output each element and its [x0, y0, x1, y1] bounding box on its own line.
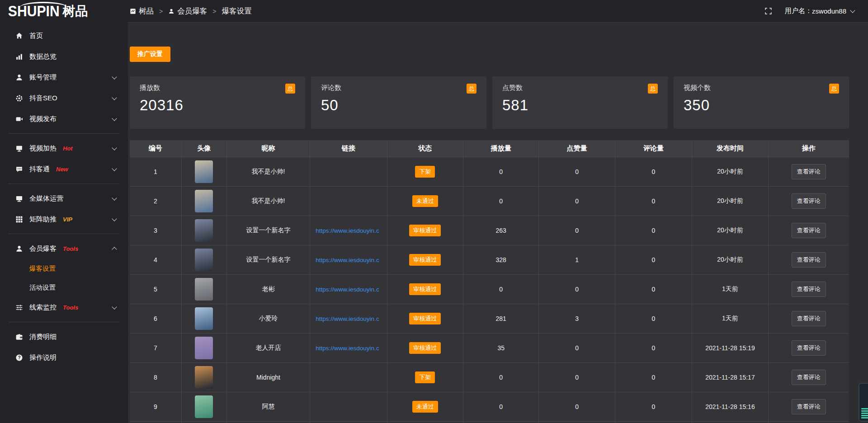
cell-avatar: [182, 275, 227, 304]
sidebar-item-10[interactable]: 矩阵助推VIP: [0, 209, 128, 230]
fullscreen-icon[interactable]: [764, 7, 772, 15]
sidebar-item-7[interactable]: 抖客通New: [0, 159, 128, 179]
stat-card-label: 评论数: [321, 84, 341, 92]
sidebar-item-17[interactable]: 消费明细: [0, 326, 128, 347]
widget-stripe: [861, 413, 868, 414]
cell-id: 4: [130, 245, 182, 274]
view-comments-button[interactable]: 查看评论: [792, 252, 826, 268]
chevron-down-icon: [850, 8, 855, 13]
sidebar: SHUPIN 树品 首页数据总览账号管理抖音SEO视频发布视频加热Hot抖客通N…: [0, 0, 128, 423]
logo-text-cn: 树品: [63, 3, 88, 20]
promo-settings-button[interactable]: 推广设置: [130, 47, 170, 62]
breadcrumb-item-0[interactable]: 树品: [130, 6, 154, 16]
cell-status: 未通过: [387, 187, 464, 216]
sidebar-subitem-13[interactable]: 爆客设置: [0, 259, 128, 278]
table-header-cell: 头像: [182, 140, 227, 157]
cell-link: https://www.iesdouyin.c: [310, 304, 387, 333]
sidebar-item-label: 账号管理: [29, 73, 57, 82]
view-comments-button[interactable]: 查看评论: [792, 399, 826, 414]
stat-card-label: 点赞数: [502, 84, 523, 92]
cell-avatar: [182, 187, 227, 216]
cell-likes: 0: [539, 334, 615, 362]
widget-stripe: [861, 408, 868, 409]
stat-card-3: 视频个数总350: [674, 76, 849, 129]
sidebar-item-tag: Tools: [63, 245, 78, 252]
video-link[interactable]: https://www.iesdouyin.c: [316, 286, 379, 293]
cell-plays: 0: [463, 157, 539, 186]
table-row: 2我不是小帅!未通过00020小时前查看评论: [130, 186, 849, 216]
sidebar-item-15[interactable]: 线索监控Tools: [0, 297, 128, 318]
cell-link: [310, 363, 387, 392]
sidebar-item-label: 抖客通: [29, 165, 50, 174]
sidebar-item-1[interactable]: 数据总览: [0, 46, 128, 67]
table-header-cell: 发布时间: [692, 140, 769, 157]
sidebar-subitem-14[interactable]: 活动设置: [0, 278, 128, 297]
status-badge: 未通过: [412, 195, 438, 207]
avatar: [195, 337, 213, 359]
breadcrumb-separator: >: [212, 8, 216, 15]
cell-action: 查看评论: [769, 363, 849, 392]
table-header-cell: 操作: [769, 140, 849, 157]
sidebar-item-6[interactable]: 视频加热Hot: [0, 138, 128, 159]
table-row: 6小爱玲https://www.iesdouyin.c审核通过281301天前查…: [130, 304, 849, 333]
stat-card-total-badge: 总: [467, 84, 476, 94]
cell-comments: 0: [615, 304, 692, 333]
chevron-down-icon: [112, 95, 117, 100]
cell-status: 未通过: [387, 392, 464, 421]
avatar: [195, 278, 213, 301]
cell-nickname: 老人开店: [227, 334, 311, 362]
sidebar-item-0[interactable]: 首页: [0, 25, 128, 46]
sliders-icon: [15, 304, 24, 311]
stat-card-header: 评论数总: [321, 84, 476, 94]
stat-card-2: 点赞数总581: [492, 76, 668, 129]
view-comments-button[interactable]: 查看评论: [792, 164, 826, 179]
view-comments-button[interactable]: 查看评论: [792, 223, 826, 238]
stat-card-0: 播放数总20316: [130, 76, 305, 129]
view-comments-button[interactable]: 查看评论: [792, 282, 826, 297]
cell-avatar: [182, 334, 227, 362]
sidebar-item-18[interactable]: ?操作说明: [0, 347, 128, 368]
stat-card-value: 350: [684, 97, 839, 114]
cell-nickname: 设置一个新名字: [227, 216, 311, 245]
cell-nickname: 设置一个新名字: [227, 245, 311, 274]
widget-stripe: [861, 417, 868, 418]
view-comments-button[interactable]: 查看评论: [792, 311, 826, 326]
chevron-down-icon: [112, 74, 117, 79]
stat-card-total-badge: 总: [648, 84, 658, 94]
cell-action: 查看评论: [769, 245, 849, 274]
cell-status: 审核通过: [387, 216, 464, 245]
widget-stripe: [861, 415, 868, 416]
cell-nickname: 老彬: [227, 275, 311, 304]
sidebar-item-3[interactable]: 抖音SEO: [0, 88, 128, 108]
video-link[interactable]: https://www.iesdouyin.c: [316, 227, 379, 234]
floating-widget[interactable]: [859, 383, 868, 422]
video-link[interactable]: https://www.iesdouyin.c: [316, 315, 379, 322]
sidebar-item-2[interactable]: 账号管理: [0, 67, 128, 88]
topbar-right: 用户名： zswodun88: [764, 7, 854, 15]
avatar: [195, 307, 213, 330]
sidebar-item-12[interactable]: 会员爆客Tools: [0, 238, 128, 259]
view-comments-button[interactable]: 查看评论: [792, 370, 826, 385]
cell-publish-time: 2021-11-28 15:17: [692, 363, 769, 392]
user-menu[interactable]: 用户名： zswodun88: [785, 7, 854, 15]
status-badge: 下架: [415, 371, 435, 383]
view-comments-button[interactable]: 查看评论: [792, 193, 826, 209]
video-link[interactable]: https://www.iesdouyin.c: [316, 257, 379, 263]
sidebar-item-tag: New: [56, 166, 68, 173]
sidebar-item-label: 数据总览: [29, 52, 57, 61]
cell-id: 2: [130, 187, 182, 216]
table-header-cell: 播放量: [463, 140, 539, 157]
cell-likes: 0: [539, 275, 615, 304]
table-row: 4设置一个新名字https://www.iesdouyin.c审核通过32810…: [130, 245, 849, 274]
breadcrumb-label: 会员爆客: [177, 6, 207, 16]
view-comments-button[interactable]: 查看评论: [792, 340, 826, 356]
logo[interactable]: SHUPIN 树品: [0, 0, 128, 23]
sidebar-item-9[interactable]: 全媒体运营: [0, 188, 128, 209]
video-link[interactable]: https://www.iesdouyin.c: [316, 345, 379, 352]
stat-card-header: 点赞数总: [502, 84, 658, 94]
help-icon: ?: [15, 354, 24, 362]
topbar: 树品>会员爆客>爆客设置 用户名： zswodun88: [128, 0, 868, 23]
stat-card-label: 播放数: [140, 84, 160, 92]
breadcrumb-item-1[interactable]: 会员爆客: [168, 6, 207, 16]
sidebar-item-4[interactable]: 视频发布: [0, 108, 128, 129]
